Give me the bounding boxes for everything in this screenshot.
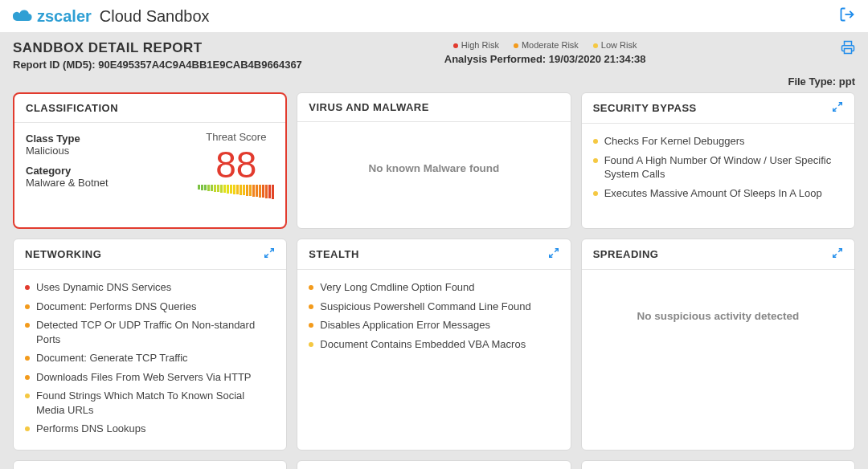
legend-low: Low Risk [593,40,637,50]
analysis-performed: Analysis Performed: 19/03/2020 21:34:38 [444,53,646,65]
list-item: Executes Massive Amount Of Sleeps In A L… [593,184,843,203]
list-item: Disables Application Error Messages [309,316,559,335]
spreading-empty: No suspicious activity detected [593,278,843,322]
threat-gauge [198,185,274,199]
brand: zscaler Cloud Sandbox [13,7,210,26]
subheader-center: High Risk Moderate Risk Low Risk Analysi… [444,40,646,65]
security-bypass-list: Checks For Kernel DebuggersFound A High … [593,132,843,202]
list-item: Very Long Cmdline Option Found [309,278,559,297]
list-item: Suspicious Powershell Command Line Found [309,297,559,316]
threat-score-label: Threat Score [198,131,274,143]
list-item: Found Strings Which Match To Known Socia… [25,386,275,419]
legend-high: High Risk [453,40,499,50]
svg-rect-1 [845,49,852,54]
expand-icon[interactable] [832,247,843,261]
class-type-value: Malicious [26,145,108,157]
page-title: SANDBOX DETAIL REPORT [13,40,302,56]
card-header-classification: CLASSIFICATION [14,94,285,123]
networking-list: Uses Dynamic DNS ServicesDocument: Perfo… [25,278,275,438]
list-item: Found A High Number Of Window / User Spe… [593,151,843,184]
cards-grid: CLASSIFICATION Class Type Malicious Cate… [0,92,868,469]
print-icon[interactable] [841,43,855,57]
list-item: Checks For Kernel Debuggers [593,132,843,151]
expand-icon[interactable] [832,101,843,115]
legend-moderate: Moderate Risk [514,40,579,50]
classification-right: Threat Score 88 [198,131,274,216]
subheader-left: SANDBOX DETAIL REPORT Report ID (MD5): 9… [13,40,302,71]
list-item: Document: Performs DNS Queries [25,297,275,316]
product-title: Cloud Sandbox [100,7,210,26]
file-type: File Type: ppt [788,75,855,88]
brand-name: zscaler [37,7,92,26]
stealth-list: Very Long Cmdline Option FoundSuspicious… [309,278,559,353]
subheader-right: File Type: ppt [788,40,855,88]
classification-left: Class Type Malicious Category Malware & … [26,131,108,216]
card-stealth: STEALTH Very Long Cmdline Option FoundSu… [297,239,571,451]
card-virus-malware: VIRUS AND MALWARE No known Malware found [297,92,571,229]
top-bar: zscaler Cloud Sandbox [0,0,868,32]
threat-score: 88 [198,146,274,183]
brand-logo: zscaler [13,7,92,26]
expand-icon[interactable] [264,247,275,261]
list-item: Document Contains Embedded VBA Macros [309,335,559,354]
expand-icon[interactable] [548,247,559,261]
category-label: Category [26,165,108,177]
cloud-icon [13,9,34,23]
risk-legend: High Risk Moderate Risk Low Risk [444,40,646,50]
card-persistence: PERSISTENCE Installs New ROOT Certificat… [581,460,855,469]
card-security-bypass: SECURITY BYPASS Checks For Kernel Debugg… [581,92,855,229]
card-spreading: SPREADING No suspicious activity detecte… [581,239,855,451]
card-exploiting: EXPLOITING Document: Process Start Black… [297,460,571,469]
list-item: Performs DNS Lookups [25,419,275,438]
list-item: Uses Dynamic DNS Services [25,278,275,297]
report-id-value: 90E495357A4C9A4BB1E9CAB4B9664367 [98,59,302,71]
category-value: Malware & Botnet [26,177,108,189]
sub-header: SANDBOX DETAIL REPORT Report ID (MD5): 9… [0,32,868,92]
card-classification: CLASSIFICATION Class Type Malicious Cate… [13,92,287,229]
class-type-label: Class Type [26,133,108,145]
report-id: Report ID (MD5): 90E495357A4C9A4BB1E9CAB… [13,59,302,71]
virus-malware-empty: No known Malware found [309,130,559,174]
list-item: Document: Generate TCP Traffic [25,349,275,368]
card-info-leakage: INFORMATION LEAKAGE [13,460,287,469]
report-id-label: Report ID (MD5): [13,59,96,71]
card-networking: NETWORKING Uses Dynamic DNS ServicesDocu… [13,239,287,451]
logout-icon[interactable] [839,6,855,26]
list-item: Downloads Files From Web Servers Via HTT… [25,368,275,387]
list-item: Detected TCP Or UDP Traffic On Non-stand… [25,316,275,349]
